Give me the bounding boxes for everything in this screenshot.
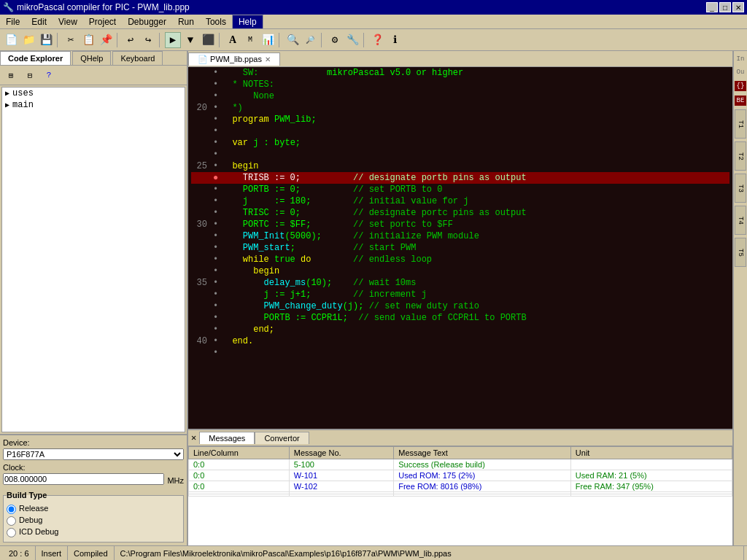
undo-button[interactable]: ↩	[123, 32, 139, 48]
build-button[interactable]: ▶	[165, 32, 181, 48]
code-content[interactable]: • SW: mikroPascal v5.0 or higher • * NOT…	[188, 67, 732, 429]
tree-expand-main[interactable]: ▶	[5, 101, 9, 109]
status-filepath: C:\Program Files\Mikroelektronika\mikroP…	[115, 546, 744, 560]
breakpoint: ●	[213, 172, 222, 184]
bottom-panel: ✕ Messages Convertor Line/Column Message…	[188, 429, 732, 545]
cell-msgno: W-102	[289, 481, 393, 492]
rs-t2[interactable]: T2	[735, 141, 746, 171]
maximize-button[interactable]: □	[719, 2, 731, 12]
messages-data-table: Line/Column Message No. Message Text Uni…	[188, 446, 732, 497]
close-button[interactable]: ✕	[732, 2, 744, 12]
menu-view[interactable]: View	[53, 15, 83, 28]
redo-button[interactable]: ↪	[140, 32, 156, 48]
tree-item-main[interactable]: ▶ main	[2, 99, 185, 111]
status-mode: Insert	[36, 546, 69, 560]
bullet: •	[213, 312, 222, 324]
help-explorer-button[interactable]: ?	[41, 67, 57, 83]
tools2-button[interactable]: 🔧	[344, 32, 360, 48]
code-line: 40 • end.	[191, 335, 729, 347]
menu-file[interactable]: File	[0, 15, 26, 28]
settings-button[interactable]: ⚙	[327, 32, 343, 48]
macro-button[interactable]: M	[242, 32, 258, 48]
code-text	[222, 347, 227, 359]
table-row[interactable]: 0:0 5-100 Success (Release build)	[189, 459, 732, 470]
cell-text: Free ROM: 8016 (98%)	[394, 481, 571, 492]
code-line: 35 • delay_ms(10); // wait 10ms	[191, 277, 729, 289]
save-button[interactable]: 💾	[38, 32, 54, 48]
menu-tools[interactable]: Tools	[200, 15, 232, 28]
editor-tab-pwm[interactable]: 📄 PWM_lib.ppas ✕	[188, 52, 280, 66]
menu-help[interactable]: Help	[232, 15, 263, 29]
bullet: •	[213, 254, 222, 265]
code-text: j := j+1; // increment j	[222, 289, 427, 300]
collapse-all-button[interactable]: ⊟	[22, 67, 38, 83]
rs-t5[interactable]: T5	[735, 238, 746, 267]
tab-code-explorer[interactable]: Code Explorer	[0, 51, 71, 65]
text-button[interactable]: A	[225, 32, 241, 48]
menu-run[interactable]: Run	[172, 15, 200, 28]
bullet: •	[213, 335, 222, 347]
radio-icd[interactable]	[7, 528, 16, 537]
bullet: •	[213, 160, 222, 172]
about-button[interactable]: ℹ	[387, 32, 403, 48]
chart-button[interactable]: 📊	[260, 32, 276, 48]
table-row[interactable]: 0:0 W-102 Free ROM: 8016 (98%) Free RAM:…	[189, 481, 732, 492]
copy-button[interactable]: 📋	[80, 32, 96, 48]
bullet: •	[213, 324, 222, 335]
cell-unit: Used RAM: 21 (5%)	[570, 470, 732, 481]
bullet: •	[213, 184, 222, 195]
build-dropdown[interactable]: ▼	[182, 32, 198, 48]
tree-label-main: main	[12, 100, 34, 110]
code-text	[222, 149, 227, 160]
code-text: end;	[222, 324, 274, 335]
code-line: • j := 180; // initial value for j	[191, 195, 729, 207]
code-line: 30 • PORTC := $FF; // set portc to $FF	[191, 219, 729, 230]
line-number: 35	[191, 277, 213, 289]
table-row[interactable]: 0:0 W-101 Used ROM: 175 (2%) Used RAM: 2…	[189, 470, 732, 481]
toolbar-sep-6	[321, 33, 324, 47]
search2-button[interactable]: 🔎	[302, 32, 318, 48]
bottom-panel-close[interactable]: ✕	[188, 432, 199, 443]
rs-t1[interactable]: T1	[735, 109, 746, 139]
tree-expand-uses[interactable]: ▶	[5, 89, 9, 98]
clock-input[interactable]: 008.000000	[3, 473, 164, 485]
cut-button[interactable]: ✂	[63, 32, 79, 48]
tab-keyboard[interactable]: Keyboard	[112, 51, 163, 65]
tab-convertor[interactable]: Convertor	[255, 432, 309, 444]
rs-t4[interactable]: T4	[735, 206, 746, 235]
clock-unit: MHz	[167, 476, 184, 485]
rs-t3[interactable]: T3	[735, 174, 746, 203]
code-line-highlighted: ● TRISB := 0; // designate portb pins as…	[191, 172, 729, 184]
explorer-toolbar: ⊞ ⊟ ?	[0, 66, 187, 85]
radio-release[interactable]	[7, 505, 16, 514]
menu-debugger[interactable]: Debugger	[122, 15, 172, 28]
menu-project[interactable]: Project	[83, 15, 122, 28]
build-type-fieldset: Build Type Release Debug ICD Debug	[3, 491, 184, 542]
toolbar-sep-5	[279, 33, 282, 47]
toolbar: 📄 📁 💾 ✂ 📋 📌 ↩ ↪ ▶ ▼ ⬛ A M 📊 🔍 🔎 ⚙ 🔧 ❓ ℹ	[0, 29, 747, 51]
tree-item-uses[interactable]: ▶ uses	[2, 88, 185, 99]
tab-qhelp[interactable]: QHelp	[72, 51, 111, 65]
search-button[interactable]: 🔍	[285, 32, 301, 48]
code-editor[interactable]: • SW: mikroPascal v5.0 or higher • * NOT…	[188, 67, 732, 429]
stop-button[interactable]: ⬛	[200, 32, 216, 48]
cell-unit: Free RAM: 347 (95%)	[570, 481, 732, 492]
paste-button[interactable]: 📌	[98, 32, 114, 48]
open-button[interactable]: 📁	[20, 32, 36, 48]
minimize-button[interactable]: _	[706, 2, 718, 12]
menu-edit[interactable]: Edit	[26, 15, 53, 28]
expand-all-button[interactable]: ⊞	[3, 67, 19, 83]
rs-beg-end[interactable]: {}	[735, 81, 746, 91]
new-button[interactable]: 📄	[3, 32, 19, 48]
menu-bar: File Edit View Project Debugger Run Tool…	[0, 15, 747, 29]
status-position: 20 : 6	[3, 546, 36, 560]
code-text: delay_ms(10); // wait 10ms	[222, 277, 416, 289]
tab-messages[interactable]: Messages	[199, 432, 255, 444]
editor-tab-close[interactable]: ✕	[265, 55, 271, 63]
radio-debug[interactable]	[7, 516, 16, 526]
right-area: 📄 PWM_lib.ppas ✕ • SW: mikroPascal v5.0 …	[188, 51, 732, 545]
device-select[interactable]: P16F877A	[3, 448, 184, 460]
help-button[interactable]: ❓	[369, 32, 385, 48]
clock-label: Clock:	[3, 463, 184, 472]
rs-beg-end2[interactable]: BE	[735, 96, 746, 106]
